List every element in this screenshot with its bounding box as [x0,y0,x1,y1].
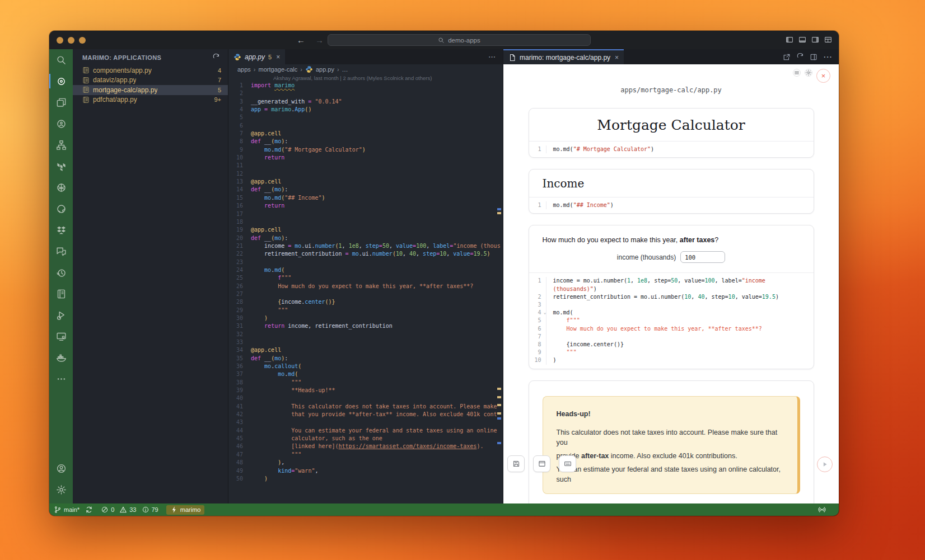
save-button[interactable] [507,455,525,472]
code-line[interactable]: 11 [228,162,503,170]
code-line[interactable]: 6 [228,122,503,130]
notebook-icon[interactable] [49,283,73,304]
code-line[interactable]: 47 """ [228,451,503,459]
account-icon[interactable] [49,458,73,479]
sidebar-item-pdfchat-app-py[interactable]: pdfchat/app.py9+ [73,95,228,105]
code-line[interactable]: 36 mo.callout( [228,363,503,370]
customize-layout-icon[interactable] [824,36,832,44]
toggle-primary-sidebar-icon[interactable] [786,36,793,44]
sync-icon[interactable] [85,506,93,514]
code-line[interactable]: 22 retirement_contribution = mo.ui.numbe… [228,250,503,258]
code-line[interactable]: 7@app.cell [228,130,503,138]
code-line[interactable]: 8def __(mo): [228,138,503,145]
code-line[interactable]: 40 [228,394,503,402]
cell-code[interactable]: 1income = mo.ui.number(1, 1e8, step=50, … [529,273,814,368]
open-window-button[interactable] [533,455,550,472]
code-line[interactable]: 50 ) [228,475,503,483]
minimize-window-button[interactable] [68,37,74,44]
org-chart-icon[interactable] [49,134,73,156]
cell-code[interactable]: 1mo.md("# Mortgage Calculator") [529,142,814,157]
code-line[interactable]: 12 [228,170,503,178]
code-line[interactable]: 3__generated_with = "0.0.14" [228,98,503,106]
breadcrumb-item[interactable]: app.py [316,66,334,73]
code-line[interactable]: 4app = marimo.App() [228,106,503,114]
breadcrumb-item[interactable]: apps [237,66,251,73]
code-line[interactable]: 27 [228,290,503,298]
search-icon[interactable] [49,49,73,70]
code-line[interactable]: 17 [228,210,503,218]
code-line[interactable]: 2 [228,90,503,97]
more-icon[interactable] [49,368,73,389]
toggle-secondary-sidebar-icon[interactable] [811,36,819,44]
zoom-window-button[interactable] [79,37,86,44]
close-tab-icon[interactable]: × [276,53,280,61]
code-line[interactable]: 33 [228,338,503,346]
code-line[interactable]: 21 income = mo.ui.number(1, 1e8, step=50… [228,242,503,250]
open-external-icon[interactable] [783,53,791,61]
code-line[interactable]: 41 This calculator does not take taxes i… [228,403,503,411]
cell-code-line[interactable]: 1mo.md("# Mortgage Calculator") [529,145,809,153]
cell-code-line[interactable]: 1mo.md("## Income") [529,201,809,209]
code-line[interactable]: 14def __(mo): [228,186,503,194]
code-line[interactable]: 34@app.cell [228,346,503,354]
tab-marimo-preview[interactable]: marimo: mortgage-calc/app.py × [503,49,624,64]
keyboard-shortcuts-button[interactable] [559,455,576,472]
code-line[interactable]: 28 {income.center()} [228,298,503,306]
sidebar-item-mortgage-calc-app-py[interactable]: mortgage-calc/app.py5 [73,85,228,95]
code-line[interactable]: 46 [linked here](https://smartasset.com/… [228,443,503,450]
code-line[interactable]: 48 ), [228,459,503,467]
code-line[interactable]: 35def __(mo): [228,355,503,363]
problems-item[interactable]: 0 33 79 [101,506,158,514]
breadcrumb-item[interactable]: … [342,66,348,73]
code-line[interactable]: 9 mo.md("# Mortgage Calculator") [228,146,503,154]
code-line[interactable]: 29 """ [228,307,503,314]
comments-icon[interactable] [49,241,73,262]
close-tab-icon[interactable]: × [615,54,619,62]
tab-app-py[interactable]: app.py 5 × [228,49,285,64]
cell-code[interactable]: 1mo.md("## Income") [529,197,814,213]
command-center-search[interactable]: demo-apps [328,34,591,46]
settings-icon[interactable] [49,479,73,500]
code-line[interactable]: 38 """ [228,379,503,387]
cell-code-line[interactable]: 3 [529,301,809,309]
code-line[interactable]: 18 [228,218,503,226]
sidebar-item-dataviz-app-py[interactable]: dataviz/app.py7 [73,76,228,86]
split-layout-icon[interactable] [810,53,817,61]
marimo-icon[interactable] [49,70,73,92]
dropbox-icon[interactable] [49,219,73,241]
toggle-panel-icon[interactable] [798,36,806,44]
close-window-button[interactable] [57,37,63,44]
cell-code-line[interactable]: 5 f""" [529,317,809,324]
cell-code-line[interactable]: 8 {income.center()} [529,341,809,349]
code-line[interactable]: 19@app.cell [228,226,503,234]
code-line[interactable]: 20def __(mo): [228,234,503,242]
code-line[interactable]: 45 calculator, such as the one [228,435,503,443]
cell-code-line[interactable]: (thousands)") [529,285,809,293]
terraform-icon[interactable] [49,156,73,177]
cell-code-line[interactable]: 2retirement_contribution = mo.ui.number(… [529,293,809,301]
code-editor[interactable]: Akshay Agrawal, last month | 2 authors (… [228,74,503,503]
marimo-status-item[interactable]: marimo [166,505,205,515]
cell-code-line[interactable]: 10) [529,356,809,364]
refresh-icon[interactable] [212,54,220,62]
cell-code-line[interactable]: 1income = mo.ui.number(1, 1e8, step=50, … [529,277,809,285]
breadcrumb-item[interactable]: mortgage-calc [259,66,298,73]
live-share-icon[interactable] [49,113,73,134]
cell-code-line[interactable]: 7 [529,333,809,341]
fold-chevron-icon[interactable]: ⌄ [544,309,546,317]
code-line[interactable]: 16 return [228,202,503,210]
overview-ruler[interactable] [495,49,503,503]
code-line[interactable]: 26 How much do you expect to make this y… [228,283,503,290]
duplicate-icon[interactable] [49,92,73,113]
income-number-input[interactable] [680,251,725,263]
shutdown-close-icon[interactable]: × [816,69,830,83]
code-line[interactable]: 23 [228,258,503,266]
sphere-icon[interactable] [49,177,73,198]
tests-icon[interactable] [49,304,73,326]
cell-code-line[interactable]: 4⌄mo.md( [529,309,809,317]
code-line[interactable]: 39 **Heads-up!** [228,387,503,394]
menu-hamburger-icon[interactable] [793,69,801,77]
code-line[interactable]: 31 return income, retirement_contributio… [228,322,503,330]
sidebar-item-components-app-py[interactable]: components/app.py4 [73,65,228,76]
code-line[interactable]: 37 mo.md( [228,370,503,378]
